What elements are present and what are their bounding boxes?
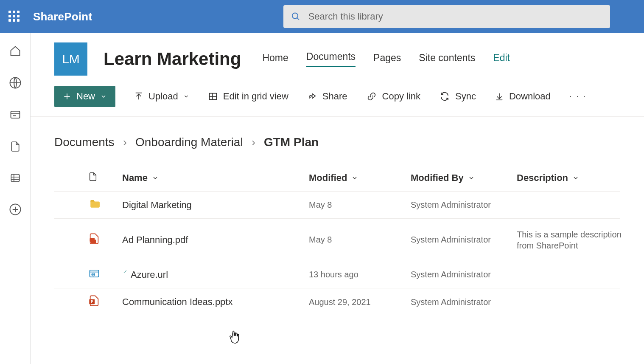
site-logo[interactable]: LM [54, 42, 87, 76]
svg-rect-3 [11, 111, 20, 118]
add-icon[interactable] [9, 203, 22, 216]
table-row[interactable]: ⟋ Azure.url 13 hours ago System Administ… [54, 261, 620, 288]
search-box[interactable] [283, 5, 610, 28]
list-icon[interactable] [9, 172, 22, 183]
site-title[interactable]: Learn Marketing [104, 49, 241, 69]
site-nav: Home Documents Pages Site contents Edit [262, 51, 510, 67]
description-column-header[interactable]: Description [517, 172, 627, 183]
breadcrumb-item[interactable]: Onboarding Material [135, 135, 243, 149]
svg-point-0 [292, 13, 298, 18]
item-modified: August 29, 2021 [309, 297, 411, 307]
table-row[interactable]: P Communication Ideas.pptx August 29, 20… [54, 288, 620, 316]
plus-icon [63, 92, 71, 101]
grid-icon [208, 92, 218, 101]
description-header-label: Description [517, 172, 568, 183]
file-type-column-icon[interactable] [88, 171, 122, 185]
sync-button[interactable]: Sync [439, 91, 476, 102]
modifiedby-header-label: Modified By [411, 172, 464, 183]
edit-grid-button[interactable]: Edit in grid view [208, 91, 288, 102]
chevron-down-icon [100, 93, 107, 100]
modified-header-label: Modified [309, 172, 347, 183]
table-row[interactable]: Ad Planning.pdf May 8 System Administrat… [54, 219, 620, 261]
item-name[interactable]: Ad Planning.pdf [122, 234, 309, 245]
sync-icon [439, 91, 450, 102]
upload-button[interactable]: Upload [134, 91, 189, 102]
download-button[interactable]: Download [495, 91, 551, 102]
modified-column-header[interactable]: Modified [309, 172, 411, 183]
breadcrumb: Documents › Onboarding Material › GTM Pl… [31, 117, 644, 157]
new-button[interactable]: New [54, 86, 115, 107]
app-launcher-icon[interactable] [8, 11, 20, 23]
upload-label: Upload [148, 91, 178, 102]
edit-grid-label: Edit in grid view [223, 91, 288, 102]
left-rail [0, 33, 31, 364]
search-icon [291, 11, 301, 22]
app-name[interactable]: SharePoint [33, 10, 92, 23]
chevron-down-icon [183, 93, 189, 99]
item-name[interactable]: ⟋ Azure.url [122, 269, 309, 280]
name-header-label: Name [122, 172, 148, 183]
item-modified: May 8 [309, 200, 411, 210]
item-modified: 13 hours ago [309, 270, 411, 279]
sync-label: Sync [455, 91, 476, 102]
item-modified-by: System Administrator [411, 200, 517, 210]
pptx-icon: P [88, 295, 122, 309]
nav-home[interactable]: Home [262, 52, 288, 67]
chevron-down-icon [152, 175, 159, 181]
nav-site-contents[interactable]: Site contents [419, 52, 475, 67]
download-icon [495, 92, 504, 101]
news-icon[interactable] [9, 109, 22, 121]
breadcrumb-current: GTM Plan [264, 135, 319, 149]
svg-text:P: P [91, 300, 93, 304]
more-button[interactable]: · · · [569, 91, 587, 102]
breadcrumb-item[interactable]: Documents [54, 135, 115, 149]
item-modified: May 8 [309, 235, 411, 245]
nav-documents[interactable]: Documents [306, 51, 356, 67]
url-icon [88, 268, 122, 282]
svg-rect-20 [90, 238, 95, 241]
table-header-row: Name Modified Modified By Description [54, 164, 620, 192]
modifiedby-column-header[interactable]: Modified By [411, 172, 517, 183]
share-button[interactable]: Share [307, 91, 347, 102]
cursor-icon [229, 330, 241, 346]
chevron-down-icon [572, 175, 579, 181]
item-name-label: Azure.url [131, 269, 168, 280]
file-icon[interactable] [10, 140, 21, 153]
table-row[interactable]: Digital Marketing May 8 System Administr… [54, 192, 620, 219]
item-name[interactable]: Communication Ideas.pptx [122, 296, 309, 308]
nav-pages[interactable]: Pages [373, 52, 401, 67]
new-label: New [76, 91, 95, 102]
item-modified-by: System Administrator [411, 270, 517, 279]
item-modified-by: System Administrator [411, 235, 517, 245]
chevron-right-icon: › [123, 135, 127, 149]
svg-line-1 [297, 18, 299, 20]
name-column-header[interactable]: Name [122, 172, 309, 183]
item-modified-by: System Administrator [411, 297, 517, 307]
site-header: LM Learn Marketing Home Documents Pages … [31, 33, 644, 79]
chevron-right-icon: › [252, 135, 255, 149]
link-icon [366, 92, 377, 101]
upload-icon [134, 92, 143, 101]
svg-rect-6 [11, 174, 20, 181]
item-name[interactable]: Digital Marketing [122, 200, 309, 211]
search-input[interactable] [308, 11, 602, 22]
share-icon [307, 92, 317, 101]
copy-link-label: Copy link [382, 91, 420, 102]
nav-edit[interactable]: Edit [493, 52, 510, 67]
folder-icon [88, 198, 122, 212]
home-icon[interactable] [9, 45, 21, 57]
new-indicator-icon: ⟋ [122, 268, 128, 275]
download-label: Download [509, 91, 551, 102]
share-label: Share [322, 91, 347, 102]
suite-bar: SharePoint [0, 0, 644, 33]
chevron-down-icon [351, 175, 358, 181]
copy-link-button[interactable]: Copy link [366, 91, 420, 102]
main-area: LM Learn Marketing Home Documents Pages … [31, 33, 644, 364]
command-bar: New Upload Edit in grid view Share Copy … [31, 79, 644, 117]
pdf-icon [88, 233, 122, 247]
chevron-down-icon [468, 175, 475, 181]
item-description: This is a sample description from ShareP… [517, 229, 627, 251]
globe-icon[interactable] [9, 76, 22, 89]
document-table: Name Modified Modified By Description D [31, 157, 644, 316]
